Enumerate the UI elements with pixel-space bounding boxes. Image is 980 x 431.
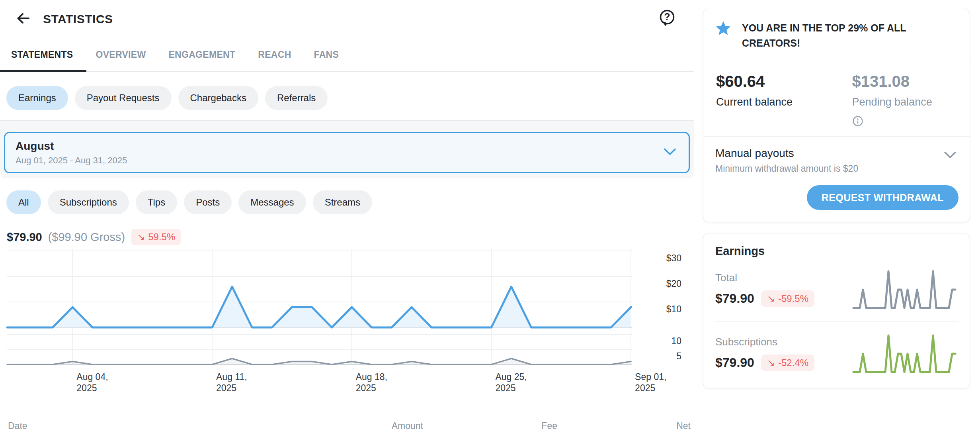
total-sparkline [852,267,959,311]
type-subscriptions[interactable]: Subscriptions [48,190,129,214]
period-selector[interactable]: August Aug 01, 2025 - Aug 31, 2025 [4,132,690,173]
svg-text:2025: 2025 [356,383,376,393]
svg-text:Aug 18,: Aug 18, [356,372,387,382]
page-title: STATISTICS [43,12,113,26]
earnings-card: Earnings Total $79.90 ↘ -59.5% Subscript… [703,233,970,388]
period-section: August Aug 01, 2025 - Aug 31, 2025 [0,120,694,178]
svg-text:Aug 25,: Aug 25, [495,372,527,382]
subscriptions-value: $79.90 [715,355,754,370]
svg-text:Aug 11,: Aug 11, [216,372,247,382]
tab-fans[interactable]: FANS [314,38,339,72]
svg-text:?: ? [664,11,670,22]
filter-referrals[interactable]: Referrals [265,86,328,110]
tab-overview[interactable]: OVERVIEW [96,38,146,72]
help-button[interactable]: ? [657,9,677,29]
column-date: Date [8,421,27,431]
payouts-title: Manual payouts [715,147,959,160]
arrow-left-icon [14,9,32,29]
tab-statements[interactable]: STATEMENTS [11,38,73,72]
balance-card: YOU ARE IN THE TOP 29% OF ALL CREATORS! … [703,9,970,222]
trend-down-icon: ↘ [767,358,775,368]
tab-engagement[interactable]: ENGAGEMENT [168,38,235,72]
filter-chargebacks[interactable]: Chargebacks [178,86,258,110]
subscriptions-change-badge: ↘ -52.4% [761,355,814,371]
svg-text:$10: $10 [666,304,681,314]
subscriptions-sparkline [852,331,959,375]
statistics-tabbar: STATEMENTS OVERVIEW ENGAGEMENT REACH FAN… [0,38,694,72]
current-balance: $60.64 Current balance [703,61,837,136]
type-messages[interactable]: Messages [238,190,306,214]
earnings-summary: $79.90 ($99.90 Gross) ↘ 59.5% [7,227,694,247]
pending-balance-value: $131.08 [852,72,962,90]
page-header: STATISTICS ? [0,0,694,38]
total-value: $79.90 [715,291,754,306]
svg-text:Sep 01,: Sep 01, [635,372,666,382]
total-label: Total [715,272,814,284]
change-value: 59.5% [148,232,175,242]
svg-text:2025: 2025 [216,383,236,393]
svg-text:2025: 2025 [495,383,515,393]
info-icon[interactable] [852,116,863,128]
total-change: -59.5% [778,294,808,304]
trend-down-icon: ↘ [767,294,775,304]
request-withdrawal-button[interactable]: REQUEST WITHDRAWAL [807,185,959,210]
type-posts[interactable]: Posts [184,190,232,214]
earnings-total-row: Total $79.90 ↘ -59.5% [715,258,959,321]
trend-down-icon: ↘ [137,232,145,242]
earning-type-filter-row: All Subscriptions Tips Posts Messages St… [6,190,694,214]
payouts-subtitle: Minimum withdrawal amount is $20 [715,163,959,174]
main-content: STATISTICS ? STATEMENTS OVERVIEW ENGAGEM… [0,0,694,431]
subscriptions-change: -52.4% [778,358,808,368]
svg-text:2025: 2025 [76,383,97,393]
type-tips[interactable]: Tips [136,190,177,214]
column-net: Net [611,421,691,431]
type-all[interactable]: All [6,190,41,214]
period-month: August [16,140,678,153]
current-balance-value: $60.64 [716,72,829,90]
change-badge: ↘ 59.5% [131,229,181,245]
back-button[interactable] [14,10,33,29]
filter-earnings[interactable]: Earnings [6,86,68,110]
column-fee: Fee [478,421,557,431]
balances: $60.64 Current balance $131.08 Pending b… [703,61,970,136]
star-icon [715,20,731,51]
svg-text:$20: $20 [666,278,681,289]
earnings-card-title: Earnings [715,245,959,258]
net-amount: $79.90 [7,231,42,244]
question-bubble-icon: ? [658,8,677,30]
sidebar: YOU ARE IN THE TOP 29% OF ALL CREATORS! … [694,0,980,431]
total-change-badge: ↘ -59.5% [761,290,814,307]
statement-filter-row: Earnings Payout Requests Chargebacks Ref… [6,86,694,110]
column-amount: Amount [344,421,423,431]
chevron-down-icon [663,148,677,157]
subscriptions-label: Subscriptions [715,336,814,348]
period-range: Aug 01, 2025 - Aug 31, 2025 [16,155,678,166]
svg-text:$30: $30 [666,253,681,263]
svg-text:Aug 04,: Aug 04, [76,372,108,382]
chevron-down-icon[interactable] [943,151,957,161]
filter-payout-requests[interactable]: Payout Requests [75,86,172,110]
type-streams[interactable]: Streams [313,190,372,214]
tab-reach[interactable]: REACH [258,38,291,72]
pending-balance-label: Pending balance [852,96,962,108]
banner-text: YOU ARE IN THE TOP 29% OF ALL CREATORS! [742,20,957,51]
gross-amount: ($99.90 Gross) [48,231,125,244]
current-balance-label: Current balance [716,96,829,108]
pending-balance: $131.08 Pending balance [837,61,970,136]
svg-text:2025: 2025 [635,383,655,393]
svg-text:10: 10 [671,336,681,346]
withdrawal-button-row: REQUEST WITHDRAWAL [715,185,959,210]
svg-text:5: 5 [676,351,681,361]
top-creators-banner: YOU ARE IN THE TOP 29% OF ALL CREATORS! [703,9,970,61]
manual-payouts-section: Manual payouts Minimum withdrawal amount… [703,137,970,222]
earnings-subscriptions-row: Subscriptions $79.90 ↘ -52.4% [715,321,959,386]
earnings-area-chart: $30$20$10105Aug 04,2025Aug 11,2025Aug 18… [0,248,691,394]
